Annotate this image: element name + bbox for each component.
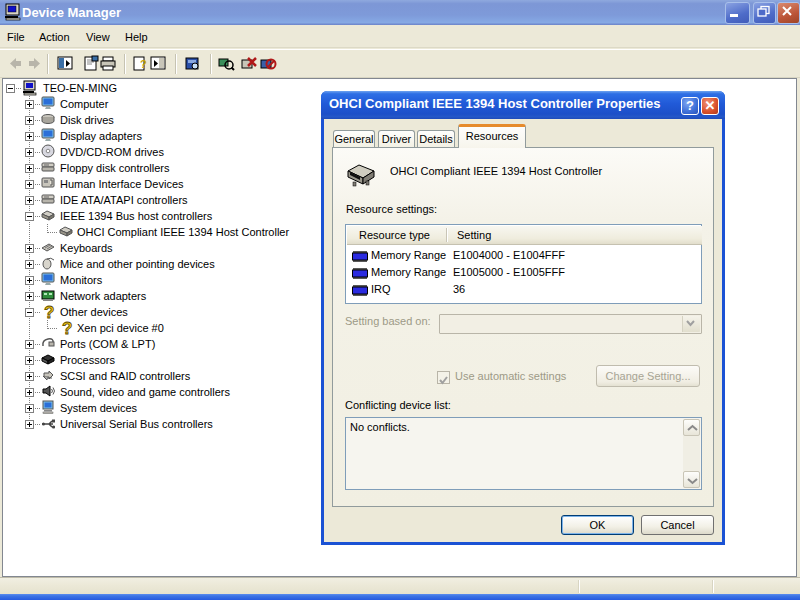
svg-text:?: ? — [140, 58, 147, 70]
